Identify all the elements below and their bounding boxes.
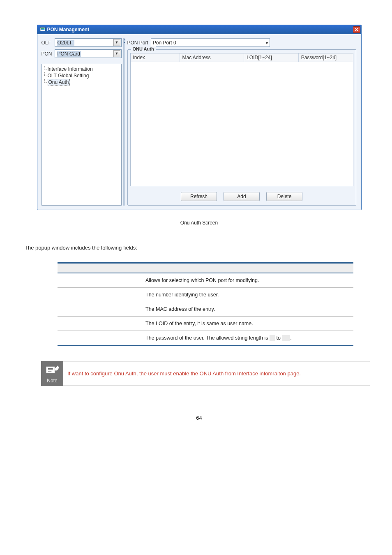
table-row: The LOID of the entry, it is same as use…: [58, 316, 353, 331]
note-label: Note: [47, 378, 57, 384]
fields-table: Allows for selecting which PON port for …: [58, 262, 353, 346]
pon-port-select[interactable]: Pon Port 0 ▼: [151, 38, 270, 47]
chevron-down-icon: ▼: [115, 52, 119, 56]
right-pane: PON Port Pon Port 0 ▼ ONU Auth Index Mac…: [127, 38, 357, 206]
note-badge: Note: [41, 361, 63, 386]
placeholder-max: 24: [282, 335, 290, 341]
tree-item-interface-info[interactable]: Interface Information: [44, 66, 119, 72]
pon-select-arrow[interactable]: ▼: [113, 50, 120, 57]
nav-tree: Interface Information OLT Global Setting…: [42, 64, 122, 206]
window-title: PON Management: [47, 27, 90, 32]
tree-item-onu-auth[interactable]: Onu Auth: [44, 79, 119, 86]
pon-port-value: Pon Port 0: [153, 40, 265, 46]
grid-body: [131, 62, 353, 186]
col-index[interactable]: Index: [131, 53, 180, 62]
olt-label: OLT: [42, 40, 53, 46]
placeholder-min: 1: [270, 335, 275, 341]
col-password[interactable]: Password[1~24]: [299, 53, 353, 62]
table-row: Allows for selecting which PON port for …: [58, 273, 353, 288]
add-button[interactable]: Add: [224, 192, 260, 201]
splitter[interactable]: ◂▸: [123, 38, 125, 206]
delete-button[interactable]: Delete: [266, 192, 302, 201]
close-icon: ✕: [355, 27, 358, 32]
close-button[interactable]: ✕: [353, 26, 360, 33]
left-pane: OLT O20LT- ▼ PON PON Card ▼: [42, 38, 122, 206]
chevron-down-icon: ▼: [265, 41, 269, 45]
note-text: If want to configure Onu Auth, the user …: [63, 361, 370, 386]
table-header-row: [58, 263, 353, 273]
page-number: 64: [25, 415, 374, 421]
intro-text: The popup window includes the following …: [25, 245, 374, 251]
note-block: Note If want to configure Onu Auth, the …: [41, 361, 370, 386]
pon-label: PON: [42, 51, 53, 57]
pon-management-window: PON Management ✕ OLT O20LT- ▼ PON: [37, 25, 362, 210]
table-row: The number identifying the user.: [58, 287, 353, 302]
group-legend: ONU Auth: [131, 46, 156, 51]
col-mac[interactable]: Mac Address: [180, 53, 244, 62]
svg-rect-1: [41, 28, 44, 29]
olt-select[interactable]: O20LT- ▼: [55, 38, 122, 47]
olt-select-value: O20LT-: [57, 40, 74, 46]
table-row: The password of the user. The allowed st…: [58, 331, 353, 345]
pon-select[interactable]: PON Card ▼: [55, 49, 122, 58]
app-icon: [40, 27, 46, 32]
svg-rect-2: [41, 29, 44, 30]
refresh-button[interactable]: Refresh: [181, 192, 217, 201]
table-row: The MAC address of the entry.: [58, 302, 353, 316]
tree-item-olt-global[interactable]: OLT Global Setting: [44, 72, 119, 79]
figure-caption: Onu Auth Screen: [25, 220, 374, 226]
pon-port-arrow[interactable]: ▼: [265, 40, 269, 46]
chevron-down-icon: ▼: [115, 41, 119, 44]
grid-header: Index Mac Address LOID[1~24] Password[1~…: [131, 53, 353, 62]
pon-select-value: PON Card: [57, 51, 81, 57]
olt-select-arrow[interactable]: ▼: [113, 39, 120, 46]
onu-auth-group: ONU Auth Index Mac Address LOID[1~24] Pa…: [127, 49, 356, 206]
col-loid[interactable]: LOID[1~24]: [244, 53, 299, 62]
onu-auth-grid: Index Mac Address LOID[1~24] Password[1~…: [130, 53, 353, 186]
titlebar[interactable]: PON Management ✕: [37, 25, 361, 34]
note-icon: [45, 365, 59, 377]
pon-port-label: PON Port: [127, 40, 148, 46]
splitter-handle-icon: ◂▸: [123, 38, 126, 44]
